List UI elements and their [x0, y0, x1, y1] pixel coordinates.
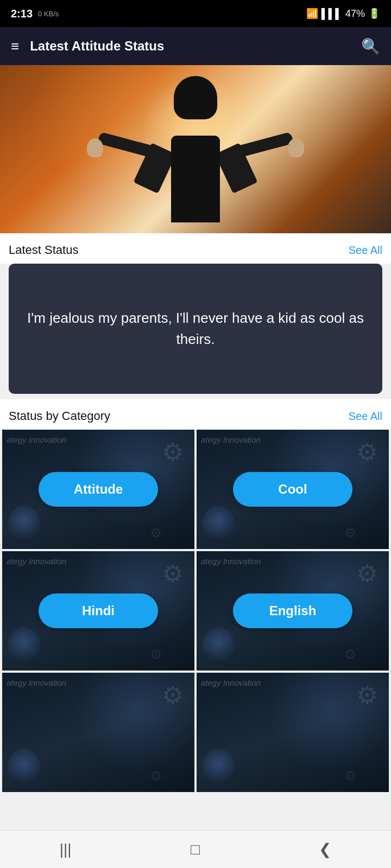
- content-area: Latest Status See All I'm jealous my par…: [0, 233, 391, 833]
- gear-icon-2: ⚙: [150, 525, 162, 541]
- bg-text-cool: ategy Innovation: [201, 435, 261, 444]
- english-button[interactable]: English: [233, 593, 352, 628]
- bg-text-5: ategy Innovation: [7, 678, 66, 687]
- bulb-1: [8, 506, 40, 544]
- gear-icon-3: ⚙: [356, 438, 378, 467]
- category-item-attitude[interactable]: ategy Innovation ⚙ ⚙ Attitude: [2, 430, 194, 549]
- status-bar: 2:13 0 KB/s 📶 ▌▌▌ 47% 🔋: [0, 0, 391, 27]
- gear-icon-5: ⚙: [162, 559, 184, 588]
- app-title: Latest Attitude Status: [30, 39, 350, 54]
- gear-icon-11: ⚙: [356, 681, 378, 710]
- bulb-6: [202, 749, 235, 787]
- hand-right: [288, 138, 304, 157]
- bulb-2: [202, 506, 235, 544]
- bg-text-6: ategy Innovation: [201, 678, 261, 687]
- category-title: Status by Category: [9, 409, 110, 423]
- recent-apps-button[interactable]: |||: [43, 835, 88, 864]
- category-item-6[interactable]: ategy Innovation ⚙ ⚙: [197, 673, 389, 792]
- category-grid: ategy Innovation ⚙ ⚙ Attitude ategy Inno…: [0, 430, 391, 792]
- battery-percent: 47%: [345, 8, 365, 20]
- attitude-button[interactable]: Attitude: [39, 472, 158, 507]
- back-button[interactable]: ❮: [302, 835, 348, 864]
- bottom-nav: ||| □ ❮: [0, 830, 391, 868]
- body: [171, 136, 220, 222]
- latest-status-header: Latest Status See All: [0, 233, 391, 264]
- bg-text-hindi: ategy Innovation: [7, 557, 66, 566]
- latest-status-title: Latest Status: [9, 243, 78, 257]
- quote-text: I'm jealous my parents, I'll never have …: [25, 308, 366, 350]
- gear-icon-6: ⚙: [150, 647, 162, 662]
- hood: [174, 76, 217, 119]
- category-header: Status by Category See All: [0, 399, 391, 430]
- bg-text-attitude: ategy Innovation: [7, 435, 66, 444]
- category-item-hindi[interactable]: ategy Innovation ⚙ ⚙ Hindi: [2, 551, 194, 671]
- gear-icon-1: ⚙: [162, 438, 184, 467]
- gear-icon-12: ⚙: [344, 768, 356, 784]
- wifi-icon: 📶: [306, 8, 318, 20]
- battery-icon: 🔋: [368, 8, 380, 20]
- gear-icon-9: ⚙: [162, 681, 184, 710]
- signal-icon: ▌▌▌: [321, 8, 342, 20]
- gear-icon-8: ⚙: [344, 647, 356, 662]
- gear-icon-7: ⚙: [356, 559, 378, 588]
- hand-left: [87, 138, 103, 157]
- bg-text-english: ategy Innovation: [201, 557, 261, 566]
- bulb-4: [202, 627, 235, 665]
- category-item-5[interactable]: ategy Innovation ⚙ ⚙: [2, 673, 194, 792]
- category-item-cool[interactable]: ategy Innovation ⚙ ⚙ Cool: [197, 430, 389, 549]
- home-button[interactable]: □: [174, 835, 216, 864]
- quote-card: I'm jealous my parents, I'll never have …: [9, 264, 382, 394]
- bulb-5: [8, 749, 40, 787]
- network-speed: 0 KB/s: [38, 10, 59, 18]
- category-item-english[interactable]: ategy Innovation ⚙ ⚙ English: [197, 551, 389, 671]
- app-bar: ≡ Latest Attitude Status 🔍: [0, 27, 391, 65]
- search-icon[interactable]: 🔍: [361, 37, 380, 55]
- gear-icon-4: ⚙: [344, 525, 356, 541]
- hindi-button[interactable]: Hindi: [39, 593, 158, 628]
- status-icons: 📶 ▌▌▌ 47% 🔋: [306, 8, 380, 20]
- latest-status-see-all[interactable]: See All: [349, 244, 382, 257]
- category-see-all[interactable]: See All: [349, 410, 382, 423]
- bulb-3: [8, 627, 40, 665]
- gear-icon-10: ⚙: [150, 768, 162, 784]
- hero-banner: [0, 65, 391, 233]
- hero-figure: [125, 76, 266, 222]
- menu-icon[interactable]: ≡: [11, 38, 19, 55]
- status-time: 2:13: [11, 8, 33, 20]
- cool-button[interactable]: Cool: [233, 472, 352, 507]
